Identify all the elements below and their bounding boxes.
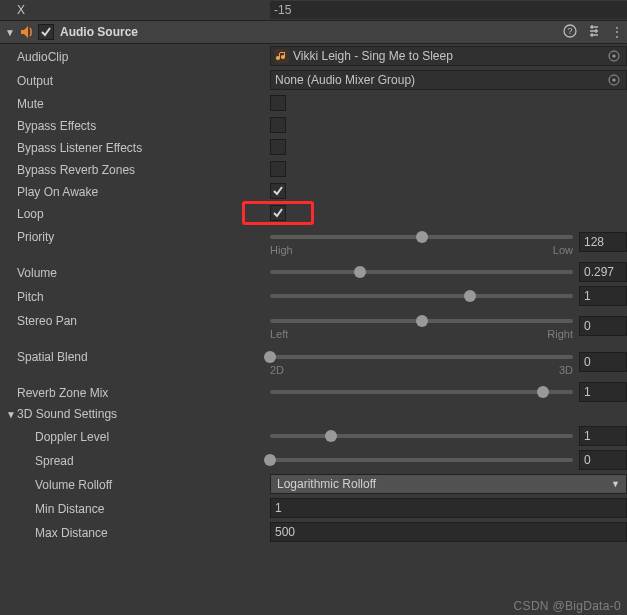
slider-thumb[interactable] <box>416 231 428 243</box>
pitch-label: Pitch <box>17 288 270 304</box>
help-icon[interactable]: ? <box>563 24 577 41</box>
bypass-reverb-label: Bypass Reverb Zones <box>17 161 270 177</box>
slider-thumb[interactable] <box>354 266 366 278</box>
volume-label: Volume <box>17 264 270 280</box>
mute-label: Mute <box>17 95 270 111</box>
spatial-slider[interactable] <box>270 355 573 359</box>
priority-label: Priority <box>17 228 270 244</box>
maxdist-value[interactable]: 500 <box>270 522 627 542</box>
doppler-label: Doppler Level <box>17 428 270 444</box>
stereopan-value[interactable]: 0 <box>579 316 627 336</box>
play-on-awake-checkbox[interactable] <box>270 183 286 199</box>
audio-source-icon <box>19 24 35 40</box>
bypass-effects-label: Bypass Effects <box>17 117 270 133</box>
spread-slider[interactable] <box>270 458 573 462</box>
audioclip-value: Vikki Leigh - Sing Me to Sleep <box>293 49 453 63</box>
bypass-effects-checkbox[interactable] <box>270 117 286 133</box>
prop-x-value[interactable]: -15 <box>270 1 627 19</box>
preset-icon[interactable] <box>587 24 601 41</box>
slider-thumb[interactable] <box>416 315 428 327</box>
bypass-listener-label: Bypass Listener Effects <box>17 139 270 155</box>
reverb-value[interactable]: 1 <box>579 382 627 402</box>
audioclip-label: AudioClip <box>17 48 270 64</box>
stereopan-label: Stereo Pan <box>17 312 270 328</box>
priority-value[interactable]: 128 <box>579 232 627 252</box>
output-value: None (Audio Mixer Group) <box>275 73 415 87</box>
slider-thumb[interactable] <box>264 454 276 466</box>
object-picker-icon[interactable] <box>606 72 622 88</box>
loop-label: Loop <box>17 205 270 221</box>
chevron-down-icon: ▼ <box>611 479 620 489</box>
pitch-value[interactable]: 1 <box>579 286 627 306</box>
audioclip-field[interactable]: Vikki Leigh - Sing Me to Sleep <box>270 46 627 66</box>
volume-slider[interactable] <box>270 270 573 274</box>
loop-checkbox[interactable] <box>270 205 286 221</box>
volume-value[interactable]: 0.297 <box>579 262 627 282</box>
doppler-value[interactable]: 1 <box>579 426 627 446</box>
spread-label: Spread <box>17 452 270 468</box>
audioclip-asset-icon <box>275 49 289 63</box>
play-on-awake-label: Play On Awake <box>17 183 270 199</box>
mute-checkbox[interactable] <box>270 95 286 111</box>
stereopan-slider[interactable] <box>270 319 573 323</box>
prop-x-label: X <box>17 3 270 17</box>
slider-thumb[interactable] <box>464 290 476 302</box>
component-header: ▼ Audio Source ? ⋮ <box>0 20 627 44</box>
output-field[interactable]: None (Audio Mixer Group) <box>270 70 627 90</box>
reverb-label: Reverb Zone Mix <box>17 384 270 400</box>
object-picker-icon[interactable] <box>606 48 622 64</box>
component-title: Audio Source <box>60 25 563 39</box>
spread-value[interactable]: 0 <box>579 450 627 470</box>
spatial-label: Spatial Blend <box>17 348 270 364</box>
mindist-value[interactable]: 1 <box>270 498 627 518</box>
bypass-listener-checkbox[interactable] <box>270 139 286 155</box>
doppler-slider[interactable] <box>270 434 573 438</box>
mindist-label: Min Distance <box>17 500 270 516</box>
component-enable-checkbox[interactable] <box>38 24 54 40</box>
rolloff-label: Volume Rolloff <box>17 476 270 492</box>
sound3d-header[interactable]: ▼ 3D Sound Settings <box>0 404 627 424</box>
foldout-icon[interactable]: ▼ <box>4 27 16 38</box>
slider-thumb[interactable] <box>537 386 549 398</box>
reverb-slider[interactable] <box>270 390 573 394</box>
kebab-menu-icon[interactable]: ⋮ <box>611 25 623 39</box>
rolloff-dropdown[interactable]: Logarithmic Rolloff ▼ <box>270 474 627 494</box>
slider-thumb[interactable] <box>325 430 337 442</box>
svg-text:?: ? <box>567 26 572 36</box>
slider-thumb[interactable] <box>264 351 276 363</box>
foldout-icon[interactable]: ▼ <box>5 409 17 420</box>
maxdist-label: Max Distance <box>17 524 270 540</box>
svg-point-4 <box>612 54 615 57</box>
svg-point-6 <box>612 78 615 81</box>
pitch-slider[interactable] <box>270 294 573 298</box>
spatial-value[interactable]: 0 <box>579 352 627 372</box>
watermark: CSDN @BigData-0 <box>514 599 621 613</box>
priority-slider[interactable] <box>270 235 573 239</box>
output-label: Output <box>17 72 270 88</box>
bypass-reverb-checkbox[interactable] <box>270 161 286 177</box>
